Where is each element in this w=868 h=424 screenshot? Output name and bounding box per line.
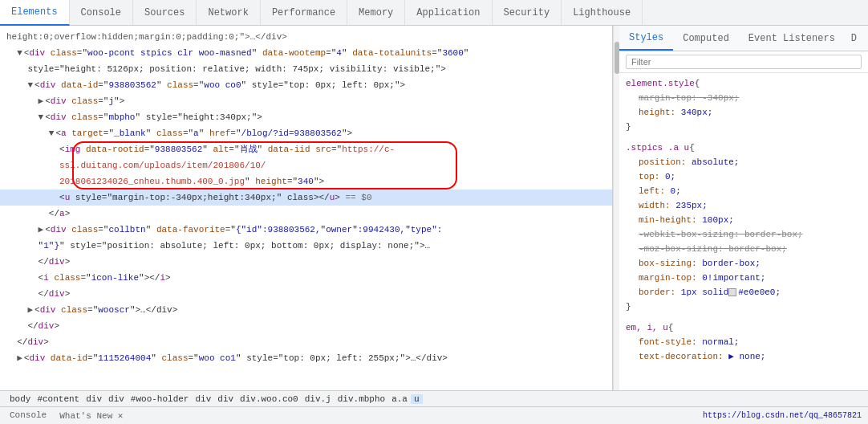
html-line: style="height: 5126px; position: relativ… bbox=[0, 61, 612, 77]
attr-value: 2018061234026_cnheu.thumb.400_0.jpg bbox=[59, 174, 245, 189]
filter-input[interactable] bbox=[626, 55, 862, 69]
css-val: 340px; bbox=[675, 105, 712, 120]
status-whats-new[interactable]: What's New ✕ bbox=[56, 410, 126, 421]
scroll-indicator[interactable] bbox=[613, 26, 619, 390]
styles-tabs: Styles Computed Event Listeners D bbox=[619, 26, 868, 51]
breadcrumb-div1[interactable]: div bbox=[83, 394, 105, 404]
status-bar-right: https://blog.csdn.net/qq_48657821 bbox=[703, 411, 862, 420]
breadcrumb-div4[interactable]: div bbox=[214, 394, 237, 404]
tab-application[interactable]: Application bbox=[405, 0, 492, 25]
status-console[interactable]: Console bbox=[6, 410, 50, 421]
tab-network[interactable]: Network bbox=[197, 0, 260, 25]
indent-space bbox=[6, 303, 27, 317]
code-text: " bbox=[199, 126, 205, 141]
tab-sources-label: Sources bbox=[144, 7, 185, 18]
code-text: =" bbox=[80, 271, 91, 285]
css-close-brace: } bbox=[626, 300, 862, 314]
code-text: " bbox=[135, 110, 140, 124]
html-line: </div> bbox=[0, 334, 612, 350]
tab-memory[interactable]: Memory bbox=[347, 0, 405, 25]
tag-name: div bbox=[39, 319, 55, 333]
breadcrumb-div2[interactable]: div bbox=[105, 394, 128, 404]
breadcrumb-a-a[interactable]: a.a bbox=[388, 394, 411, 404]
tag-name: a bbox=[59, 206, 65, 221]
tab-styles[interactable]: Styles bbox=[619, 26, 673, 51]
code-text: =" bbox=[229, 142, 239, 157]
css-selector: em, i, u bbox=[626, 320, 668, 335]
css-prop: top: bbox=[639, 169, 659, 184]
breadcrumb-woo-holder[interactable]: #woo-holder bbox=[128, 394, 193, 404]
annotated-block: <img data-rootid="938803562" alt="肖战" da… bbox=[0, 141, 612, 190]
styles-panel: Styles Computed Event Listeners D elemen… bbox=[619, 26, 868, 390]
styles-content: element.style { margin-top: -340px; heig… bbox=[619, 73, 868, 390]
breadcrumb-body[interactable]: body bbox=[6, 394, 34, 404]
attr-value: _blank bbox=[114, 126, 146, 141]
attr-value: woo-pcont stpics clr woo-masned bbox=[87, 46, 252, 60]
code-text: " bbox=[146, 126, 152, 141]
tab-console[interactable]: Console bbox=[70, 0, 133, 25]
breadcrumb-woo-co0[interactable]: div.woo.co0 bbox=[237, 394, 302, 404]
expand-triangle[interactable]: ▶ bbox=[17, 351, 22, 365]
tab-sources[interactable]: Sources bbox=[133, 0, 197, 25]
css-brace: { bbox=[689, 141, 695, 155]
css-prop: margin-top: bbox=[639, 271, 697, 285]
tab-computed[interactable]: Computed bbox=[673, 26, 739, 51]
css-prop: box-sizing: bbox=[639, 256, 697, 271]
tab-elements[interactable]: Elements bbox=[0, 0, 70, 26]
breadcrumb-u[interactable]: u bbox=[411, 394, 423, 404]
css-prop: min-height: bbox=[639, 213, 697, 227]
html-panel[interactable]: height:0;overflow:hidden;margin:0;paddin… bbox=[0, 26, 613, 390]
breadcrumb-mbpho[interactable]: div.mbpho bbox=[335, 394, 388, 404]
indent-space bbox=[6, 335, 17, 349]
code-text: =" bbox=[287, 174, 298, 189]
attr-value: icon-like bbox=[91, 271, 139, 285]
tab-event-listeners-label: Event Listeners bbox=[748, 33, 835, 44]
html-line: ▶ <div data-id="1115264004" class="woo c… bbox=[0, 350, 612, 366]
css-val: 0!important; bbox=[697, 271, 766, 285]
tab-application-label: Application bbox=[416, 7, 480, 18]
code-text: "></ bbox=[139, 271, 160, 285]
code-text: =" bbox=[189, 351, 199, 365]
tab-security[interactable]: Security bbox=[493, 0, 562, 25]
attr-name: class bbox=[67, 110, 99, 124]
code-text: =" bbox=[183, 126, 193, 141]
tag-name: div bbox=[27, 335, 43, 349]
code-text: =" bbox=[193, 78, 204, 92]
indent-space bbox=[6, 94, 39, 108]
attr-name: data-iid bbox=[262, 142, 310, 157]
attr-name: class bbox=[67, 222, 99, 237]
html-line: ▶ <div class="j"> bbox=[0, 93, 612, 109]
css-selector-line: element.style { bbox=[626, 76, 862, 91]
expand-triangle[interactable]: ▼ bbox=[27, 78, 33, 92]
code-text: =" bbox=[326, 46, 336, 60]
indent-space bbox=[6, 174, 59, 189]
breadcrumb-div-j[interactable]: div.j bbox=[302, 394, 335, 404]
code-text: style="height:340px;"> bbox=[140, 110, 262, 124]
breadcrumb-div3[interactable]: div bbox=[192, 394, 214, 404]
indent-space bbox=[6, 158, 59, 173]
code-text: < bbox=[45, 222, 51, 237]
attr-value: 肖战 bbox=[240, 142, 258, 157]
expand-triangle[interactable]: ▶ bbox=[39, 222, 44, 237]
tab-performance[interactable]: Performance bbox=[261, 0, 347, 25]
expand-triangle[interactable]: ▼ bbox=[39, 110, 44, 124]
breadcrumb-content[interactable]: #content bbox=[34, 394, 83, 404]
expand-triangle[interactable]: ▼ bbox=[49, 126, 55, 141]
code-text: "> bbox=[114, 94, 124, 108]
color-swatch[interactable] bbox=[728, 288, 736, 296]
code-text: > bbox=[54, 319, 59, 333]
css-block-stpics: .stpics .a u { position: absolute; top: … bbox=[626, 141, 862, 314]
indent-space bbox=[6, 62, 27, 76]
expand-triangle[interactable]: ▶ bbox=[39, 94, 44, 108]
expand-triangle[interactable]: ▼ bbox=[17, 46, 22, 60]
tab-event-listeners[interactable]: Event Listeners bbox=[739, 26, 845, 51]
expand-triangle[interactable]: ▶ bbox=[27, 303, 33, 317]
tag-name: u bbox=[330, 190, 335, 205]
tab-d[interactable]: D bbox=[845, 26, 863, 51]
css-property-line: -webkit-box-sizing: border-box; bbox=[626, 227, 862, 242]
code-text: </ bbox=[39, 255, 49, 269]
attr-value: wooscr bbox=[98, 303, 130, 317]
html-line: ▼ <div data-id="938803562" class="woo co… bbox=[0, 77, 612, 93]
tab-lighthouse[interactable]: Lighthouse bbox=[562, 0, 643, 25]
attr-name: data-id bbox=[45, 351, 87, 365]
